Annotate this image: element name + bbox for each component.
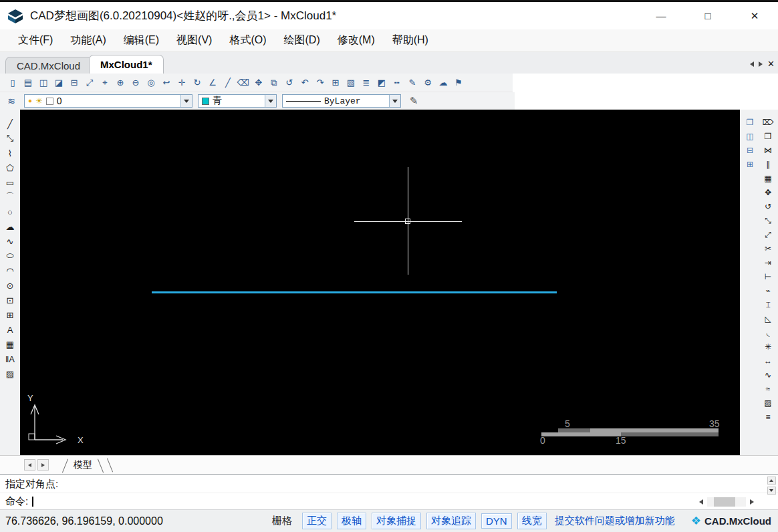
ellipse-tool[interactable]: ⬭ <box>2 249 18 263</box>
layout-next-icon[interactable] <box>37 459 49 471</box>
viewport-single-button[interactable]: ❐ <box>742 115 758 129</box>
raster-image-button[interactable]: ▧ <box>344 76 358 90</box>
rectangle-tool[interactable]: ▭ <box>2 175 18 190</box>
minimize-button[interactable]: — <box>638 2 684 29</box>
toggle-dyn[interactable]: DYN <box>481 513 512 529</box>
insert-block-tool[interactable]: ⊡ <box>2 293 18 307</box>
command-input-row[interactable]: 命令: <box>0 493 778 509</box>
undo-button[interactable]: ↶ <box>297 76 312 90</box>
copy-button[interactable]: ⧉ <box>267 76 281 90</box>
trim-tool[interactable]: ✂ <box>760 241 776 255</box>
measure-button[interactable]: ∠ <box>205 76 220 90</box>
menu-draw[interactable]: 绘图(D) <box>275 31 329 50</box>
match-properties-button[interactable]: ✎ <box>405 76 420 90</box>
drawn-line-entity[interactable] <box>152 291 557 293</box>
polygon-tool[interactable]: ⬠ <box>2 160 18 175</box>
options-button[interactable]: ⚙ <box>420 76 435 90</box>
tab-scroll-left-icon[interactable] <box>750 61 754 67</box>
mirror-tool[interactable]: ⋈ <box>760 143 776 157</box>
command-history[interactable]: 指定对角点: <box>0 475 778 493</box>
layers-manager-button[interactable]: ≋ <box>4 94 19 108</box>
close-button[interactable]: ✕ <box>731 2 778 29</box>
tab-close-icon[interactable]: ✕ <box>767 59 775 68</box>
viewport-four-button[interactable]: ⊞ <box>742 157 758 171</box>
table-tool[interactable]: ▦ <box>2 337 18 352</box>
explode-tool[interactable]: ✳ <box>760 340 776 354</box>
feedback-link[interactable]: 提交软件问题或增加新功能 <box>555 515 675 527</box>
maximize-button[interactable]: □ <box>684 2 731 29</box>
scrollbar-track[interactable] <box>707 497 746 507</box>
viewport-two-button[interactable]: ◫ <box>742 129 758 143</box>
ellipse-arc-tool[interactable]: ◠ <box>2 263 18 278</box>
layout-prev-icon[interactable] <box>24 459 35 471</box>
offset-tool[interactable]: ∥ <box>760 157 776 171</box>
model-tab[interactable]: 模型 <box>61 458 104 472</box>
zoom-in-button[interactable]: ⊕ <box>113 76 128 90</box>
scale-tool[interactable]: ⤡ <box>760 213 776 227</box>
tab-scroll-right-icon[interactable] <box>759 61 763 67</box>
drawing-canvas[interactable]: Y X 5 35 0 15 <box>20 110 740 455</box>
print-button[interactable]: ⊟ <box>67 76 82 90</box>
scrollbar-thumb[interactable] <box>714 497 735 507</box>
text-tool[interactable]: A <box>2 322 18 337</box>
move-button[interactable]: ✥ <box>251 76 266 90</box>
new-file-button[interactable]: ▯ <box>5 76 20 90</box>
menu-file[interactable]: 文件(F) <box>9 31 61 50</box>
arc-tool[interactable]: ⌒ <box>2 190 18 205</box>
toggle-lineweight[interactable]: 线宽 <box>517 513 547 529</box>
edit-hatch-tool[interactable]: ▨ <box>760 396 776 410</box>
move-tool[interactable]: ✥ <box>760 185 776 199</box>
zoom-window-button[interactable]: ⌖ <box>98 76 112 90</box>
extend-tool[interactable]: ⇥ <box>760 255 776 269</box>
feedback-button[interactable]: ⚑ <box>451 76 466 90</box>
properties-tool[interactable]: ≡ <box>760 410 776 424</box>
toggle-polar[interactable]: 极轴 <box>337 513 366 529</box>
construction-line-tool[interactable]: ⤡ <box>2 131 18 146</box>
menu-view[interactable]: 视图(V) <box>168 31 221 50</box>
edit-spline-tool[interactable]: ≈ <box>760 382 776 396</box>
scroll-left-icon[interactable] <box>695 497 707 507</box>
menu-edit[interactable]: 编辑(E) <box>115 31 168 50</box>
save-as-button[interactable]: ◪ <box>51 76 66 90</box>
lengthen-tool[interactable]: ↔ <box>760 354 776 368</box>
copy-tool[interactable]: ❐ <box>760 129 776 143</box>
chamfer-tool[interactable]: ◺ <box>760 311 776 325</box>
pan-button[interactable]: ✛ <box>174 76 189 90</box>
insert-block-button[interactable]: ⊞ <box>328 76 343 90</box>
chevron-down-icon[interactable] <box>180 95 192 107</box>
rotate-tool[interactable]: ↺ <box>760 199 776 213</box>
zoom-dynamic-button[interactable]: ◎ <box>144 76 158 90</box>
array-tool[interactable]: ▦ <box>760 171 776 185</box>
scroll-down-icon[interactable] <box>767 487 776 495</box>
menu-format[interactable]: 格式(O) <box>221 31 275 50</box>
toggle-otrack[interactable]: 对象追踪 <box>426 513 476 529</box>
color-picker-button[interactable]: ◩ <box>374 76 389 90</box>
scroll-up-icon[interactable] <box>767 477 776 485</box>
rotate-button[interactable]: ↺ <box>282 76 297 90</box>
toggle-osnap[interactable]: 对象捕捉 <box>372 513 421 529</box>
make-block-tool[interactable]: ⊞ <box>2 307 18 322</box>
tab-cad-mxcloud[interactable]: CAD.MxCloud <box>5 57 92 74</box>
circle-tool[interactable]: ○ <box>2 205 18 219</box>
cloud-save-button[interactable]: ☁ <box>436 76 450 90</box>
linetype-button[interactable]: ╍ <box>390 76 404 90</box>
chevron-down-icon[interactable] <box>389 95 400 107</box>
tab-mxcloud1[interactable]: MxCloud1* <box>89 55 164 74</box>
fillet-tool[interactable]: ◟ <box>760 325 776 340</box>
break-at-point-tool[interactable]: ⊢ <box>760 269 776 283</box>
spline-tool[interactable]: ∿ <box>2 234 18 249</box>
layer-select[interactable]: ● ☀ 0 <box>24 94 192 108</box>
point-tool[interactable]: ⊙ <box>2 278 18 293</box>
viewport-three-button[interactable]: ⊟ <box>742 143 758 157</box>
zoom-extents-button[interactable]: ⤢ <box>82 76 97 90</box>
scroll-right-icon[interactable] <box>746 497 758 507</box>
stretch-tool[interactable]: ⤢ <box>760 227 776 241</box>
menu-modify[interactable]: 修改(M) <box>329 31 384 50</box>
menu-help[interactable]: 帮助(H) <box>384 31 437 50</box>
join-tool[interactable]: ⌶ <box>760 297 776 311</box>
save-file-button[interactable]: ◫ <box>36 76 51 90</box>
regen-button[interactable]: ↻ <box>190 76 205 90</box>
zoom-out-button[interactable]: ⊖ <box>128 76 143 90</box>
menu-function[interactable]: 功能(A) <box>61 31 114 50</box>
draw-line-button[interactable]: ╱ <box>221 76 235 90</box>
